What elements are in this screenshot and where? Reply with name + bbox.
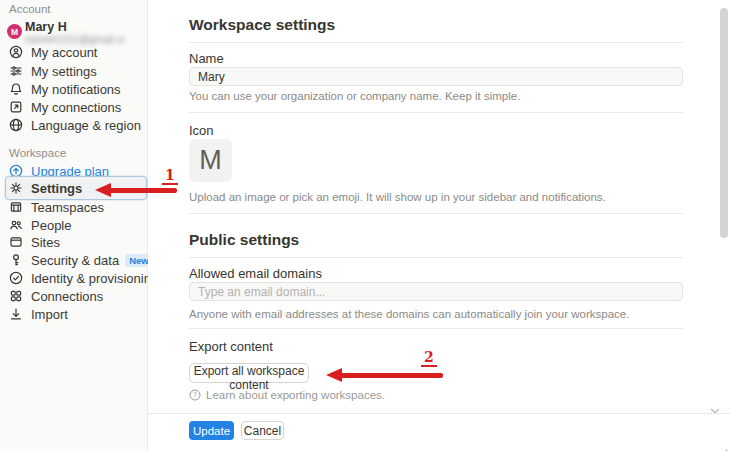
divider xyxy=(189,213,683,214)
learn-export-link[interactable]: ? Learn about exporting workspaces. xyxy=(189,389,385,401)
grid-icon xyxy=(9,289,23,303)
email-domain-input[interactable] xyxy=(189,282,683,301)
sidebar-item-label: Connections xyxy=(31,289,103,304)
check-circle-icon xyxy=(9,271,23,285)
sidebar-item-label: Import xyxy=(31,307,68,322)
sidebar-item-security-data[interactable]: Security & data New xyxy=(0,251,148,269)
sidebar-item-label: People xyxy=(31,218,71,233)
icon-field-label: Icon xyxy=(189,123,214,138)
sidebar-item-import[interactable]: Import xyxy=(0,305,148,323)
annotation-arrow-2-icon xyxy=(326,368,443,382)
sidebar-item-identity-provisioning[interactable]: Identity & provisioning xyxy=(0,269,148,287)
external-link-box-icon xyxy=(9,100,23,114)
import-icon xyxy=(9,307,23,321)
resize-grip-icon xyxy=(720,443,728,451)
divider xyxy=(189,112,683,113)
sidebar-item-label: My notifications xyxy=(31,82,121,97)
sidebar-item-language-region[interactable]: Language & region xyxy=(0,116,148,134)
globe-icon xyxy=(9,118,23,132)
sidebar-item-label: Identity & provisioning xyxy=(31,271,158,286)
divider xyxy=(189,328,683,329)
settings-sidebar: Account M Mary H nameh1111@gmail.com My … xyxy=(0,0,148,451)
sidebar-item-label: Teamspaces xyxy=(31,200,104,215)
export-workspace-button[interactable]: Export all workspace content xyxy=(189,363,309,383)
chevron-down-icon xyxy=(710,401,720,408)
help-circle-icon: ? xyxy=(189,389,201,401)
person-circle-icon xyxy=(9,45,23,59)
notion-settings-window: Account M Mary H nameh1111@gmail.com My … xyxy=(0,0,730,451)
update-button[interactable]: Update xyxy=(189,421,234,440)
sidebar-item-my-account[interactable]: My account xyxy=(0,43,148,61)
key-icon xyxy=(9,253,23,267)
workspace-icon-tile[interactable]: M xyxy=(189,139,232,182)
avatar: M xyxy=(7,24,22,39)
divider xyxy=(189,257,683,258)
people-icon xyxy=(9,218,23,232)
name-help-text: You can use your organization or company… xyxy=(189,90,520,102)
sidebar-item-label: Security & data xyxy=(31,253,119,268)
vertical-scrollbar[interactable] xyxy=(720,8,728,238)
sidebar-item-connections[interactable]: Connections xyxy=(0,287,148,305)
icon-help-text: Upload an image or pick an emoji. It wil… xyxy=(189,191,606,203)
annotation-step-2: 2 xyxy=(421,350,437,367)
sidebar-item-my-notifications[interactable]: My notifications xyxy=(0,80,148,98)
settings-main-panel: Workspace settings Name You can use your… xyxy=(148,0,730,451)
sidebar-item-label: My connections xyxy=(31,100,121,115)
workspace-name-input[interactable] xyxy=(189,67,683,86)
account-section-label: Account xyxy=(9,3,51,15)
gear-icon xyxy=(9,181,23,195)
sidebar-item-label: My settings xyxy=(31,64,97,79)
footer-divider xyxy=(148,413,730,414)
page-title: Workspace settings xyxy=(189,16,335,34)
svg-text:?: ? xyxy=(193,391,197,398)
sidebar-item-sites[interactable]: Sites xyxy=(0,233,148,251)
name-field-label: Name xyxy=(189,51,224,66)
export-content-label: Export content xyxy=(189,339,273,354)
domains-help-text: Anyone with email addresses at these dom… xyxy=(189,308,629,320)
workspace-section-label: Workspace xyxy=(9,147,66,159)
allowed-domains-label: Allowed email domains xyxy=(189,266,322,281)
sidebar-item-label: Sites xyxy=(31,235,60,250)
building-icon xyxy=(9,200,23,214)
sidebar-item-my-settings[interactable]: My settings xyxy=(0,62,148,80)
user-name: Mary H xyxy=(25,20,67,34)
sidebar-item-my-connections[interactable]: My connections xyxy=(0,98,148,116)
bell-icon xyxy=(9,82,23,96)
sidebar-item-label: Language & region xyxy=(31,118,141,133)
sidebar-item-people[interactable]: People xyxy=(0,216,148,234)
cancel-button[interactable]: Cancel xyxy=(241,421,284,440)
browser-icon xyxy=(9,235,23,249)
public-settings-title: Public settings xyxy=(189,231,299,249)
learn-export-label: Learn about exporting workspaces. xyxy=(206,389,385,401)
divider xyxy=(189,42,683,43)
sidebar-item-label: My account xyxy=(31,45,97,60)
sliders-icon xyxy=(9,64,23,78)
annotation-arrow-1-icon xyxy=(95,183,177,197)
sidebar-item-teamspaces[interactable]: Teamspaces xyxy=(0,198,148,216)
sidebar-item-label: Settings xyxy=(31,181,82,196)
